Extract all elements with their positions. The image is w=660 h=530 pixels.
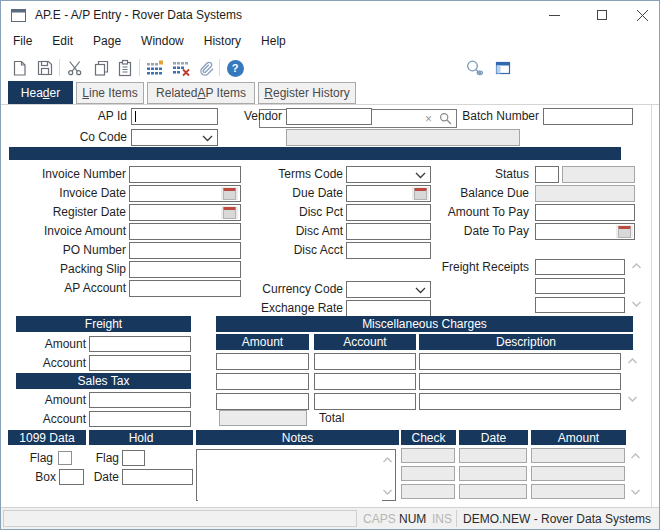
misc-total-display	[219, 410, 307, 426]
paste-icon[interactable]	[115, 58, 135, 78]
status-description-display	[562, 166, 635, 183]
menu-history[interactable]: History	[194, 29, 251, 53]
hold-date-label: Date	[79, 469, 119, 486]
cut-icon[interactable]	[65, 58, 85, 78]
tab-line-items[interactable]: Line Items	[76, 82, 144, 104]
freight-receipt-input[interactable]	[535, 278, 625, 294]
help-icon[interactable]: ?	[225, 58, 245, 78]
misc-amount-column-header: Amount	[216, 334, 309, 350]
packing-slip-label: Packing Slip	[11, 261, 126, 278]
disc-acct-input[interactable]	[346, 242, 431, 259]
date-to-pay-calendar-button[interactable]	[616, 225, 633, 238]
calendar-icon	[223, 207, 236, 219]
insert-record-icon[interactable]	[145, 58, 165, 78]
misc-description-input[interactable]	[419, 393, 621, 410]
menu-window[interactable]: Window	[131, 29, 194, 53]
freight-amount-input[interactable]	[89, 336, 191, 352]
register-date-label: Register Date	[11, 204, 126, 221]
scroll-down-icon[interactable]	[625, 393, 639, 405]
packing-slip-input[interactable]	[129, 261, 241, 278]
misc-amount-input[interactable]	[216, 373, 309, 390]
misc-description-column-header: Description	[419, 334, 633, 350]
window-title: AP.E - A/P Entry - Rover Data Systems	[35, 8, 242, 22]
menu-edit[interactable]: Edit	[42, 29, 83, 53]
sales-tax-account-input[interactable]	[89, 411, 191, 427]
freight-receipt-input[interactable]	[535, 297, 625, 313]
misc-amount-input[interactable]	[216, 393, 309, 410]
sales-tax-amount-input[interactable]	[89, 392, 191, 408]
text-caret	[135, 111, 136, 122]
invoice-number-input[interactable]	[129, 166, 241, 183]
scroll-up-icon[interactable]	[628, 450, 642, 462]
notes-textarea[interactable]	[198, 451, 382, 501]
misc-description-input[interactable]	[419, 353, 621, 370]
scroll-down-icon[interactable]	[380, 486, 394, 498]
advanced-lookup-icon[interactable]	[465, 58, 485, 78]
tab-register-history[interactable]: Register History	[258, 82, 356, 104]
misc-charges-section-header: Miscellaneous Charges	[216, 316, 633, 332]
new-document-icon[interactable]	[9, 58, 29, 78]
disc-acct-label: Disc Acct	[241, 242, 343, 259]
misc-amount-input[interactable]	[216, 353, 309, 370]
exchange-rate-input[interactable]	[346, 300, 431, 317]
amount-to-pay-label: Amount To Pay	[409, 204, 529, 221]
attachments-icon[interactable]	[197, 58, 217, 78]
ten99-flag-checkbox[interactable]	[58, 451, 72, 465]
scroll-up-icon[interactable]	[380, 454, 394, 466]
amount-to-pay-input[interactable]	[535, 204, 635, 221]
scroll-up-icon[interactable]	[629, 260, 643, 272]
title-bar[interactable]: AP.E - A/P Entry - Rover Data Systems	[1, 1, 659, 29]
menu-help[interactable]: Help	[251, 29, 296, 53]
freight-receipts-label: Freight Receipts	[409, 259, 529, 276]
misc-account-input[interactable]	[314, 353, 416, 370]
currency-code-select[interactable]	[346, 281, 431, 298]
balance-due-label: Balance Due	[409, 185, 529, 202]
hold-date-input[interactable]	[122, 469, 193, 485]
register-date-calendar-button[interactable]	[221, 206, 238, 219]
scroll-down-icon[interactable]	[629, 298, 643, 310]
copy-icon[interactable]	[91, 58, 111, 78]
status-code-input[interactable]	[535, 166, 559, 183]
sales-tax-account-label: Account	[26, 411, 86, 428]
ap-account-input[interactable]	[129, 280, 241, 297]
po-number-label: PO Number	[11, 242, 126, 259]
freight-receipt-input[interactable]	[535, 259, 625, 275]
hold-flag-input[interactable]	[122, 450, 145, 466]
menu-page[interactable]: Page	[83, 29, 131, 53]
vendor-input[interactable]	[286, 108, 372, 125]
ten99-box-label: Box	[16, 469, 56, 486]
date-to-pay-label: Date To Pay	[409, 223, 529, 240]
search-clear-icon[interactable]: ×	[425, 112, 432, 126]
misc-total-label: Total	[319, 410, 359, 427]
delete-record-icon[interactable]	[171, 58, 191, 78]
sales-tax-amount-label: Amount	[26, 392, 86, 409]
close-button[interactable]	[623, 1, 660, 29]
po-number-input[interactable]	[129, 242, 241, 259]
tab-divider	[1, 104, 660, 105]
invoice-date-calendar-button[interactable]	[221, 187, 238, 200]
check-amount-cell	[531, 448, 625, 463]
check-date-cell	[459, 484, 527, 499]
scroll-down-icon[interactable]	[628, 486, 642, 498]
batch-number-input[interactable]	[543, 108, 633, 125]
menu-file[interactable]: File	[3, 29, 42, 53]
layout-icon[interactable]	[493, 58, 513, 78]
ap-id-input[interactable]	[131, 108, 218, 125]
misc-description-input[interactable]	[419, 373, 621, 390]
save-icon[interactable]	[35, 58, 55, 78]
scroll-up-icon[interactable]	[625, 355, 639, 367]
toolbar-separator	[59, 59, 60, 76]
tab-related-ap-items[interactable]: Related AP Items	[147, 82, 255, 104]
misc-account-input[interactable]	[314, 373, 416, 390]
check-amount-cell	[531, 484, 625, 499]
freight-section-header: Freight	[16, 316, 191, 332]
invoice-amount-label: Invoice Amount	[11, 223, 126, 240]
invoice-amount-input[interactable]	[129, 223, 241, 240]
minimize-button[interactable]	[535, 1, 573, 29]
misc-account-input[interactable]	[314, 393, 416, 410]
check-amount-cell	[531, 466, 625, 481]
freight-account-input[interactable]	[89, 355, 191, 371]
tab-header[interactable]: Header	[8, 81, 73, 104]
co-code-select[interactable]	[131, 129, 218, 146]
maximize-button[interactable]	[583, 1, 621, 29]
